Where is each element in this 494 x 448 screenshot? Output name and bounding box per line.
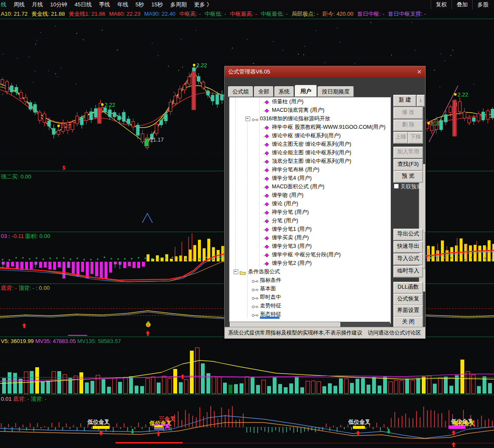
quick-export-button[interactable]: 快速导出 [393, 241, 423, 253]
red-up-arrow-icon [99, 430, 104, 436]
move-down-button[interactable]: 下移 [408, 132, 423, 144]
tree-item[interactable]: ≡禅学中枢 股票教程网-WWW.91GOO.COM(用户) [229, 123, 390, 131]
panel-header-segment: 底背: - [13, 396, 31, 402]
tab-全部[interactable]: 全部 [254, 86, 274, 97]
tree-item[interactable]: ≡倍量柱 (用户) [229, 97, 390, 106]
formula-restore-button[interactable]: 公式恢复 [393, 294, 423, 306]
panel-header: 底背: - 顶背: - : 0.00 [1, 285, 50, 291]
formula-tree: ≡倍量柱 (用户)≡MACD顶底背离 (用户)0316增加的缠论指标源码开放≡禅… [229, 97, 391, 323]
tree-item[interactable]: 基本面 [229, 284, 390, 293]
tab-按日期频度[interactable]: 按日期频度 [318, 86, 354, 97]
menu-item[interactable]: 5秒 [135, 0, 144, 9]
pivot-square [145, 139, 149, 142]
info-field: 首日中枢: - [357, 11, 384, 17]
tree-item[interactable]: ≡缠学吻 (用户) [229, 191, 390, 199]
collapse-icon[interactable] [234, 269, 238, 274]
red-up-arrow-icon [156, 431, 161, 437]
tree-item[interactable]: ≡缠论中枢 缠论中枢系列(用户) [229, 131, 390, 140]
menu-item[interactable]: 季线 [99, 0, 110, 9]
svg-text:$: $ [147, 323, 149, 327]
tab-公式组[interactable]: 公式组 [228, 86, 253, 97]
tree-item[interactable]: 0316增加的缠论指标源码开放 [229, 114, 390, 123]
new-button[interactable]: 新 建 [393, 95, 416, 107]
temp-import-button[interactable]: 临时导入 [393, 266, 423, 278]
forum-link[interactable]: 访问通达信公式讨论区 [368, 327, 425, 338]
green-down-arrow-icon [386, 428, 391, 434]
red-up-arrow-icon [451, 442, 456, 448]
dialog-statusbar: 系统公式提供常用指标及模型的实现样本,不表示操作建议 访问通达信公式讨论区 [225, 327, 425, 338]
tree-item-label: 禅学分笔 (用户) [229, 209, 309, 215]
modify-button[interactable]: 修 改 [393, 107, 423, 119]
period-menu-items: 线周线月线10分钟45日线季线年线5秒15秒多周期更多 》 [1, 0, 212, 9]
menu-item[interactable]: 线 [1, 0, 6, 9]
tree-item[interactable]: 走势特征 [229, 301, 390, 310]
find-button[interactable]: 查找(F3) [393, 159, 423, 171]
tree-item[interactable]: ≡MACD顶底背离 (用户) [229, 106, 390, 114]
tree-item[interactable]: 指标条件 [229, 276, 390, 284]
svg-text:≡: ≡ [263, 178, 265, 181]
tree-item[interactable]: ≡缠学分笔4 (用户) [229, 174, 390, 182]
add-favorite-button[interactable]: 加入常用 [393, 147, 423, 159]
panel-header-segment: 顶背: - [31, 396, 47, 402]
close-icon[interactable]: ✕ [417, 66, 422, 77]
new-dropdown-button[interactable]: ↓ [417, 95, 425, 107]
panel-header: 03 : -0.11 面积: 0.00 [1, 233, 50, 239]
menu-item[interactable]: 10分钟 [50, 0, 67, 9]
menu-item[interactable]: 15秒 [151, 0, 163, 9]
period-menubar: 线周线月线10分钟45日线季线年线5秒15秒多周期更多 》 复权叠加多股 [0, 0, 494, 9]
tree-item[interactable]: ≡缠论 (用户) [229, 199, 390, 208]
menu-item[interactable]: 复权 [431, 0, 452, 9]
ui-settings-button[interactable]: 界面设置 [393, 305, 423, 317]
tree-item[interactable]: 条件选股公式 [229, 267, 390, 276]
collapse-icon[interactable] [246, 116, 250, 121]
info-field: 中枢最低: - [261, 11, 288, 17]
signal-bar [449, 425, 466, 429]
menu-item[interactable]: 多股 [472, 0, 493, 9]
menu-item[interactable]: 更多 》 [194, 0, 212, 9]
import-formula-button[interactable]: 导入公式 [393, 253, 423, 265]
tree-item[interactable]: ≡缠论全能主图 缠论中枢系列(用户) [229, 148, 390, 157]
tree-item[interactable]: ≡分笔 (用户) [229, 216, 390, 225]
tab-用户[interactable]: 用户 [295, 85, 317, 97]
chart-annotation: 21.17 [150, 136, 164, 143]
tree-item[interactable]: ≡缠学分笔3 (用户) [229, 242, 390, 250]
signal-label: 低位金叉 [88, 418, 110, 426]
menu-item[interactable]: 周线 [14, 0, 25, 9]
pivot-dot [57, 125, 60, 127]
tree-item[interactable]: ≡顶底分型主图 缠论中枢系列(用户) [229, 157, 390, 165]
tree-item[interactable]: ≡缠论主图无密 缠论中枢系列(用户) [229, 140, 390, 148]
delete-button[interactable]: 删 除 [393, 119, 423, 131]
signal-label: 低位金叉 [348, 418, 370, 426]
preview-button[interactable]: 预 览 [393, 171, 423, 183]
panel-header-segment: : [7, 233, 11, 239]
menu-item[interactable]: 叠加 [452, 0, 472, 9]
tree-item-label: 禅学分笔布林 (用户) [229, 167, 319, 173]
dll-functions-button[interactable]: DLL函数 [393, 282, 423, 294]
menu-item[interactable]: 多周期 [170, 0, 187, 9]
export-formula-button[interactable]: 导出公式 [393, 229, 423, 241]
svg-text:≡: ≡ [263, 212, 265, 215]
tree-item[interactable]: ≡缠学分笔2 (用户) [229, 259, 390, 267]
tree-item[interactable]: ≡禅学分笔布林 (用户) [229, 165, 390, 174]
tree-item[interactable]: ≡缠学中枢 中枢分笔分段(用户) [229, 250, 390, 259]
svg-text:≡: ≡ [263, 152, 265, 155]
tab-系统[interactable]: 系统 [274, 86, 294, 97]
chart-annotation: 2.22 [196, 62, 207, 68]
tree-item[interactable]: 形态特征 [229, 310, 390, 318]
volume-panel [0, 337, 494, 394]
tree-item[interactable]: ≡缠学买卖 (用户) [229, 233, 390, 242]
tree-item[interactable]: ≡禅学分笔 (用户) [229, 208, 390, 216]
menu-item[interactable]: 45日线 [74, 0, 91, 9]
linked-preview-checkbox[interactable] [394, 184, 399, 189]
indicator-value-bar: A10: 21.72黄金线: 21.88黄金线1: 21.86MA60: 22.… [1, 9, 494, 19]
tree-item[interactable]: 即时盘中 [229, 293, 390, 301]
dialog-titlebar[interactable]: 公式管理器V6.05 ✕ [225, 66, 425, 77]
menu-item[interactable]: 月线 [32, 0, 43, 9]
chart-annotation: 2.22 [431, 120, 441, 127]
pivot-dot [427, 122, 430, 125]
move-up-button[interactable]: 上移 [393, 132, 408, 144]
tree-item[interactable]: ≡MACD面积公式 (用户) [229, 182, 390, 191]
tree-item[interactable]: ≡缠学分笔1 (用户) [229, 225, 390, 233]
menu-item[interactable]: 年线 [117, 0, 128, 9]
tree-item-label: 缠论主图无密 缠论中枢系列(用户) [229, 141, 351, 147]
